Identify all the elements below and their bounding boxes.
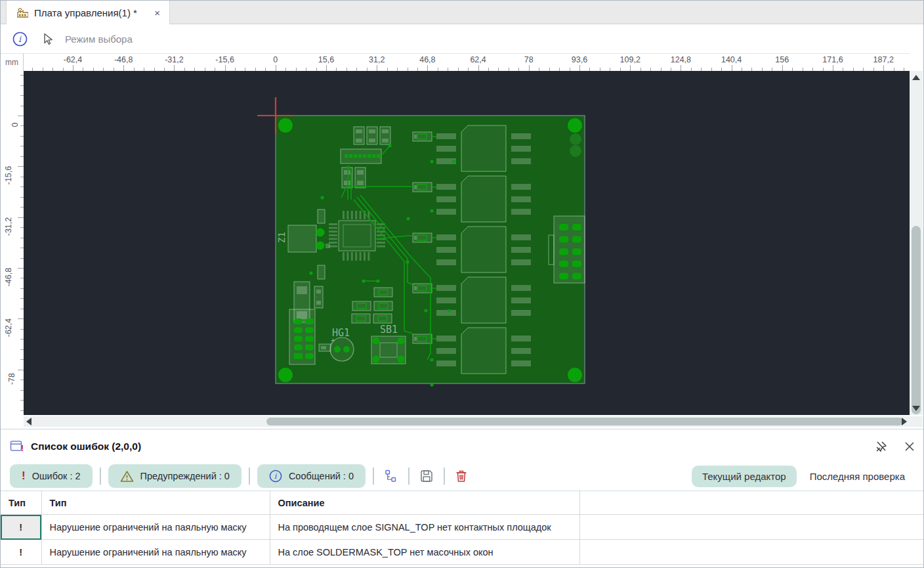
pcb-editor-canvas[interactable]: Z1+HG1SB1 xyxy=(24,71,910,415)
ruler-tick xyxy=(18,116,24,116)
toggle-current-editor[interactable]: Текущий редактор xyxy=(692,466,797,487)
source-toggle-group: Текущий редактор Последняя проверка xyxy=(692,466,915,487)
horizontal-scroll-thumb[interactable] xyxy=(266,418,903,426)
vertical-scrollbar[interactable] xyxy=(910,71,923,415)
h-ruler-label: 46,8 xyxy=(419,55,435,64)
errors-filter-label: Ошибок : 2 xyxy=(32,471,81,481)
error-table: Тип Тип Описание !Нарушение ограничений … xyxy=(1,491,924,565)
ruler-tick xyxy=(427,65,428,71)
ruler-tick xyxy=(123,65,124,71)
delete-trash-icon[interactable] xyxy=(452,469,471,483)
messages-filter-button[interactable]: i Сообщений : 0 xyxy=(257,464,366,488)
tab-board-editor[interactable]: Плата управления(1) * × xyxy=(6,1,170,24)
error-panel-toolbar: ! Ошибок : 2 Предупреждений : 0 i xyxy=(1,464,924,489)
empty-cell xyxy=(579,540,924,565)
v-ruler-label: 0 xyxy=(11,123,20,127)
messages-filter-label: Сообщений : 0 xyxy=(289,471,354,481)
h-ruler-label: -31,2 xyxy=(165,55,184,64)
col-header-severity[interactable]: Тип xyxy=(1,491,41,515)
scroll-up-arrow-icon[interactable] xyxy=(912,75,920,80)
message-info-icon: i xyxy=(269,470,282,483)
h-ruler-label: 15,6 xyxy=(318,55,334,64)
error-table-header-row: Тип Тип Описание xyxy=(1,491,924,515)
col-header-empty xyxy=(579,491,924,515)
ruler-tick xyxy=(18,370,24,370)
info-icon[interactable]: i xyxy=(12,32,28,47)
scrollbar-corner xyxy=(910,416,923,427)
scroll-right-arrow-icon[interactable] xyxy=(902,418,907,426)
h-ruler-label: 140,4 xyxy=(721,55,742,64)
ruler-tick xyxy=(478,65,479,71)
svg-text:SB1: SB1 xyxy=(380,324,398,336)
error-panel-title: Список ошибок (2,0,0) xyxy=(31,441,141,452)
ruler-tick xyxy=(681,65,681,71)
ruler-tick xyxy=(18,217,24,218)
ruler-tick xyxy=(883,65,884,71)
h-ruler-label: 156 xyxy=(775,55,789,64)
pcb-board-svg: Z1+HG1SB1 xyxy=(24,71,910,415)
ruler-tick xyxy=(377,65,377,71)
error-severity-cell[interactable]: ! xyxy=(1,515,41,540)
error-severity-cell[interactable]: ! xyxy=(1,540,41,565)
h-ruler-label: 78 xyxy=(524,55,534,64)
v-ruler-label: -15,6 xyxy=(4,166,13,185)
ruler-tick xyxy=(18,318,24,319)
tab-close-icon[interactable]: × xyxy=(152,6,163,20)
ruler-tick xyxy=(579,65,580,71)
warnings-filter-button[interactable]: Предупреждений : 0 xyxy=(108,464,242,488)
ruler-tick xyxy=(276,65,276,71)
svg-text:i: i xyxy=(274,471,278,481)
h-ruler-label: 124,8 xyxy=(671,55,691,64)
divider xyxy=(373,468,374,485)
scroll-down-arrow-icon[interactable] xyxy=(912,406,920,411)
editor-toolbar: i Режим выбора xyxy=(1,24,924,53)
divider xyxy=(408,468,410,485)
ruler-tick xyxy=(73,65,74,71)
error-table-row[interactable]: !Нарушение ограничений на паяльную маску… xyxy=(1,540,924,565)
horizontal-ruler: -62,4-46,8-31,2-15,6015,631,246,862,4789… xyxy=(24,53,910,71)
error-list-panel-icon: ! xyxy=(10,440,24,453)
toggle-last-check[interactable]: Последняя проверка xyxy=(799,466,915,487)
divider xyxy=(100,468,101,485)
ruler-tick xyxy=(326,65,327,71)
select-mode-cursor-icon[interactable] xyxy=(41,32,54,46)
error-description-cell[interactable]: На проводящем слое SIGNAL_TOP нет контак… xyxy=(270,515,579,540)
h-ruler-label: 0 xyxy=(273,55,278,64)
save-icon[interactable] xyxy=(417,469,436,483)
col-header-description[interactable]: Описание xyxy=(270,491,579,515)
error-type-cell[interactable]: Нарушение ограничений на паяльную маску xyxy=(41,540,270,565)
board-file-icon xyxy=(16,7,28,19)
v-ruler-label: -46,8 xyxy=(4,268,13,287)
errors-filter-button[interactable]: ! Ошибок : 2 xyxy=(10,464,93,488)
v-ruler-label: -62,4 xyxy=(4,318,13,338)
tab-title: Плата управления(1) * xyxy=(34,7,137,18)
col-header-type[interactable]: Тип xyxy=(41,491,270,515)
error-type-cell[interactable]: Нарушение ограничений на паяльную маску xyxy=(41,515,270,540)
h-ruler-label: 31,2 xyxy=(369,55,385,64)
panel-close-icon[interactable] xyxy=(904,441,915,452)
error-table-row[interactable]: !Нарушение ограничений на паяльную маску… xyxy=(1,515,924,540)
group-tree-icon[interactable] xyxy=(381,469,401,483)
unpin-icon[interactable] xyxy=(875,440,888,453)
error-description-cell[interactable]: На слое SOLDERMASK_TOP нет масочных окон xyxy=(270,540,579,565)
h-ruler-label: -46,8 xyxy=(114,55,133,64)
ruler-unit-label: mm xyxy=(1,53,24,71)
ruler-tick xyxy=(833,65,833,71)
scroll-left-arrow-icon[interactable] xyxy=(26,418,32,426)
divider xyxy=(249,468,250,485)
empty-cell xyxy=(579,515,924,540)
vertical-scroll-thumb[interactable] xyxy=(912,226,921,414)
v-ruler-label: -31,2 xyxy=(4,217,13,236)
h-ruler-label: -62,4 xyxy=(64,55,83,64)
warnings-filter-label: Предупреждений : 0 xyxy=(140,471,230,481)
horizontal-scrollbar[interactable] xyxy=(24,416,910,427)
ruler-tick xyxy=(529,65,530,71)
ruler-tick xyxy=(782,65,783,71)
svg-text:!: ! xyxy=(21,443,24,453)
ruler-tick xyxy=(732,65,732,71)
h-ruler-label: 187,2 xyxy=(873,55,894,64)
ruler-tick xyxy=(630,65,631,71)
h-ruler-label: 62,4 xyxy=(470,55,486,64)
h-ruler-label: -15,6 xyxy=(215,55,234,64)
tab-bar: Плата управления(1) * × xyxy=(1,1,924,24)
